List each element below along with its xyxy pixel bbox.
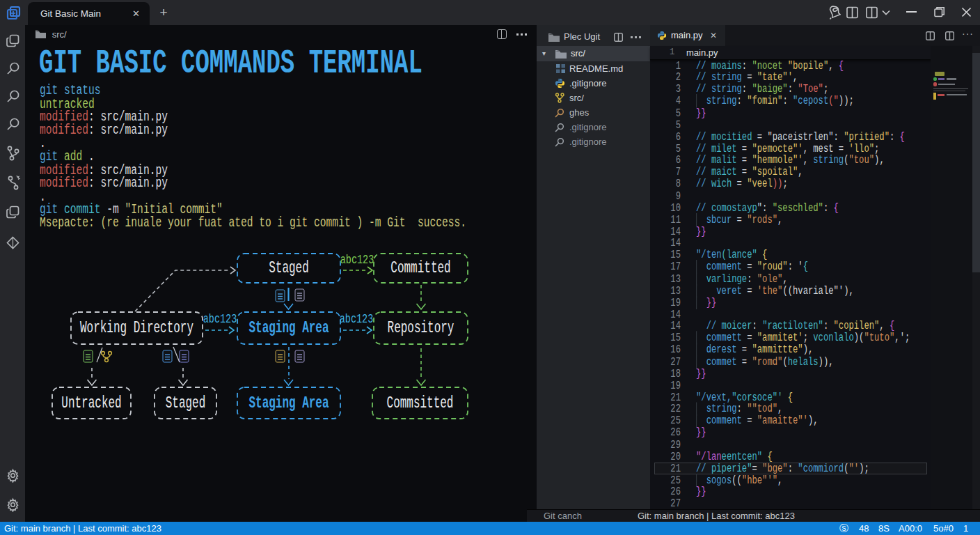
svg-text:Staged: Staged xyxy=(269,258,309,277)
svg-text:Staged: Staged xyxy=(166,394,206,412)
svg-text:Committed: Committed xyxy=(390,258,450,277)
svg-text:Working Directory: Working Directory xyxy=(80,318,193,337)
svg-text:abc123: abc123 xyxy=(340,311,374,327)
svg-text:Repository: Repository xyxy=(388,318,455,337)
svg-text:abc123: abc123 xyxy=(340,252,374,268)
svg-text:Untracked: Untracked xyxy=(61,394,121,412)
svg-text:Staging Area: Staging Area xyxy=(248,394,329,412)
svg-text:Staging Area: Staging Area xyxy=(248,318,329,337)
svg-text:Commsitted: Commsitted xyxy=(387,394,454,412)
svg-text:abc123: abc123 xyxy=(203,311,237,327)
